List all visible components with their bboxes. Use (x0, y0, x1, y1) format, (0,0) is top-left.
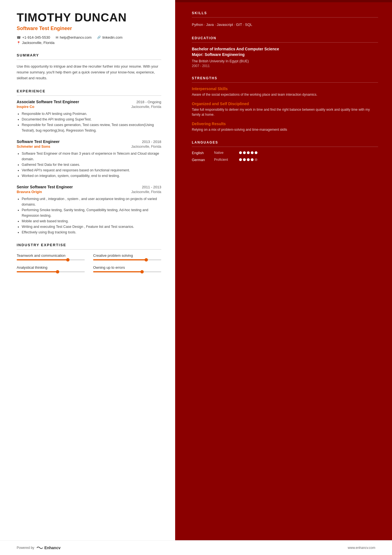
expertise-label-3: Analystical thinking (17, 265, 85, 270)
summary-section: SUMMARY Use this opportunity to intrigue… (17, 53, 161, 81)
exp-entry-1: Associate Software Test Engineer 2018 - … (17, 100, 161, 133)
expertise-bar-fill-3 (17, 271, 58, 272)
lang-dot (243, 158, 246, 161)
expertise-item-1: Teamwork and communication (17, 253, 85, 260)
bullet-item: Writing and executing Test Case Design ,… (22, 224, 161, 230)
exp-title-2: Software Test Engineer (17, 139, 60, 144)
languages-title: LANGUAGES (192, 140, 378, 144)
strength-item-2: Organized and Self Disciplined Take full… (192, 102, 378, 117)
exp-date-2: 2013 - 2018 (142, 140, 161, 144)
summary-divider (17, 60, 161, 60)
experience-divider (17, 95, 161, 96)
expertise-bar-bg-1 (17, 259, 85, 260)
powered-by-text: Powered by (17, 546, 34, 550)
resume-header: TIMOTHY DUNCAN Software Test Engineer +1… (17, 11, 161, 45)
footer-website: www.enhancv.com (348, 546, 375, 550)
phone-contact: +1-914-345-5530 (17, 35, 50, 40)
expertise-section: INDUSTRY EXPERTISE Teamwork and communic… (17, 243, 161, 272)
expertise-dot-4 (140, 270, 144, 273)
bullet-item: Responsible to API testing using Postman… (22, 111, 161, 117)
lang-row-2: German Proficient (192, 158, 378, 162)
email-contact: help@enhancv.com (56, 35, 91, 40)
exp-location-3: Jacksonville, Florida (131, 190, 161, 194)
education-section: EDUCATION Bachelor of Informatics And Co… (192, 36, 378, 68)
lang-dots-1 (239, 151, 257, 154)
exp-company-3: Bravura Origin (17, 190, 42, 194)
lang-dot (251, 158, 254, 161)
contact-info: +1-914-345-5530 help@enhancv.com linkedi… (17, 35, 161, 40)
exp-company-row-2: Schmeler and Sons Jacksonville, Florida (17, 144, 161, 149)
candidate-title: Software Test Engineer (17, 26, 161, 31)
candidate-name: TIMOTHY DUNCAN (17, 11, 161, 24)
expertise-dot-2 (145, 258, 148, 262)
summary-title: SUMMARY (17, 53, 161, 57)
strengths-title: STRENGTHS (192, 76, 378, 80)
footer-left: Powered by Enhancv (17, 546, 61, 550)
skills-section: SKILLS Python · Java · Javascript · GIT … (192, 11, 378, 28)
education-title: EDUCATION (192, 36, 378, 40)
lang-dot (247, 158, 250, 161)
expertise-label-1: Teamwork and communication (17, 253, 85, 258)
exp-header-2: Software Test Engineer 2013 - 2018 (17, 139, 161, 144)
expertise-dot-3 (56, 270, 59, 273)
lang-dot (239, 151, 242, 154)
email-address: help@enhancv.com (60, 35, 91, 40)
exp-header-3: Senior Software Test Engineer 2011 - 201… (17, 185, 161, 189)
exp-entry-3: Senior Software Test Engineer 2011 - 201… (17, 185, 161, 235)
expertise-label-4: Owning up to errors (93, 265, 161, 270)
experience-title: EXPERIENCE (17, 89, 161, 93)
expertise-grid: Teamwork and communication Creative prob… (17, 253, 161, 272)
exp-company-2: Schmeler and Sons (17, 144, 50, 149)
bullet-item: Responsible for Test cases generation, T… (22, 122, 161, 133)
exp-bullets-1: Responsible to API testing using Postman… (17, 111, 161, 133)
expertise-bar-bg-2 (93, 259, 161, 260)
lang-dot (247, 151, 250, 154)
enhancv-logo: Enhancv (36, 546, 60, 550)
sidebar-column: SKILLS Python · Java · Javascript · GIT … (175, 0, 392, 540)
bullet-item: Mobile and web based testing. (22, 218, 161, 224)
lang-level-1: Native (214, 151, 239, 155)
location-icon (17, 41, 21, 45)
education-divider (192, 42, 378, 43)
lang-dot (251, 151, 254, 154)
strength-item-3: Delivering Results Relying on a mix of p… (192, 122, 378, 132)
expertise-item-3: Analystical thinking (17, 265, 85, 272)
lang-name-1: English (192, 151, 214, 155)
exp-entry-2: Software Test Engineer 2013 - 2018 Schme… (17, 139, 161, 179)
exp-company-1: Inspire Co (17, 105, 34, 109)
skills-title: SKILLS (192, 11, 378, 15)
location-info: Jacksonville, Florida (17, 41, 161, 45)
bullet-item: Performing unit , integration , system ,… (22, 196, 161, 207)
strength-title-2: Organized and Self Disciplined (192, 102, 378, 106)
logo-icon (36, 546, 43, 550)
bullet-item: Documented the API testing using SuperTe… (22, 117, 161, 122)
strengths-section: STRENGTHS Interpersonal Skills Aware of … (192, 76, 378, 132)
location-text: Jacksonville, Florida (22, 41, 54, 45)
skills-divider (192, 17, 378, 18)
bullet-item: Gathered Test Data for the test cases. (22, 162, 161, 167)
edu-year: 2007 - 2011 (192, 64, 378, 68)
bullet-item: Effectively using Bug tracking tools. (22, 230, 161, 235)
skills-text: Python · Java · Javascript · GIT · SQL (192, 21, 378, 28)
strength-desc-3: Relying on a mix of problem-solving and … (192, 127, 378, 132)
languages-divider (192, 147, 378, 147)
expertise-bar-fill-1 (17, 259, 68, 260)
summary-text: Use this opportunity to intrigue and dra… (17, 64, 161, 81)
exp-company-row-1: Inspire Co Jacksonville, Florida (17, 105, 161, 109)
bullet-item: Performing Smoke testing, Sanity testing… (22, 207, 161, 218)
edu-school: The British University In Egypt (BUE) (192, 59, 378, 63)
lang-dot (255, 158, 257, 161)
strength-title-1: Interpersonal Skills (192, 87, 378, 91)
expertise-bar-bg-4 (93, 271, 161, 272)
exp-date-1: 2018 - Ongoing (136, 100, 161, 104)
expertise-divider (17, 249, 161, 250)
bullet-item: Verified API's request and responses bas… (22, 167, 161, 173)
strength-item-1: Interpersonal Skills Aware of the social… (192, 87, 378, 97)
lang-name-2: German (192, 158, 214, 162)
expertise-bar-fill-4 (93, 271, 142, 272)
expertise-item-2: Creative problem solving (93, 253, 161, 260)
expertise-item-4: Owning up to errors (93, 265, 161, 272)
bullet-item: Worked on integration, system, compatibi… (22, 173, 161, 179)
strength-title-3: Delivering Results (192, 122, 378, 126)
experience-section: EXPERIENCE Associate Software Test Engin… (17, 89, 161, 235)
